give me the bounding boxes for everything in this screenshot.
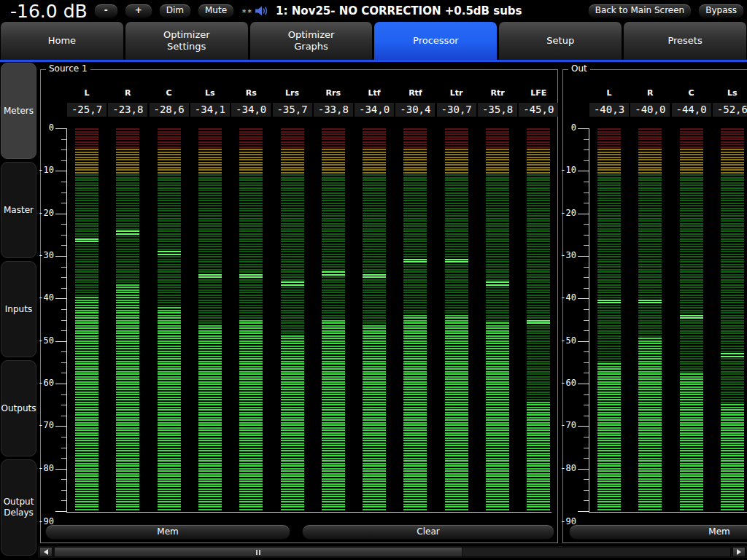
meter-segment	[445, 440, 468, 441]
meter-segment	[638, 358, 662, 359]
meter-segment	[363, 162, 386, 163]
meter-segment	[75, 322, 98, 324]
meter-segment	[198, 300, 222, 301]
meter-segment	[322, 373, 345, 375]
meter-segment	[322, 281, 345, 283]
meter-segment	[445, 228, 468, 230]
meter-segment	[721, 149, 744, 150]
meter-segment	[158, 274, 181, 276]
meter-segment	[198, 167, 222, 168]
meter-segment	[445, 230, 468, 232]
meter-segment	[403, 141, 427, 143]
meter-segment	[75, 468, 98, 470]
meter-segment	[597, 399, 621, 400]
meter-segment	[486, 287, 509, 288]
meter-segment	[638, 332, 662, 334]
meter-segment	[486, 381, 509, 383]
meter-segment	[363, 330, 386, 332]
meter-segment	[597, 465, 621, 467]
meter-segment	[116, 332, 139, 334]
meter-segment	[322, 218, 345, 219]
meter-segment	[198, 271, 222, 273]
meter-segment	[403, 407, 427, 408]
meter-segment	[198, 346, 222, 347]
meter-segment	[597, 213, 621, 214]
meter-segment	[75, 269, 98, 271]
meter-segment	[638, 453, 662, 454]
meter-segment	[597, 358, 621, 359]
meter-segment	[198, 412, 222, 413]
meter-segment	[445, 325, 468, 327]
meter-segment	[486, 215, 509, 217]
meter-segment	[198, 499, 222, 500]
meter-segment	[75, 274, 98, 276]
meter-segment	[403, 417, 427, 419]
meter-segment	[680, 266, 703, 268]
meter-segment	[322, 203, 345, 204]
meter-segment	[486, 220, 509, 222]
meter-segment	[597, 494, 621, 495]
meter-segment	[680, 279, 703, 281]
meter-segment	[680, 310, 703, 311]
meter-segment	[198, 254, 222, 255]
meter-segment	[527, 210, 550, 211]
meter-segment	[638, 386, 662, 388]
meter-segment	[486, 169, 509, 171]
scroll-right-button[interactable]	[732, 547, 746, 557]
meter-segment	[116, 284, 139, 286]
meter-segment	[721, 368, 744, 370]
scrollbar-thumb[interactable]	[54, 547, 462, 557]
channel-level-value-r: -40,0	[630, 103, 670, 117]
meter-segment	[281, 312, 304, 314]
meter-segment	[116, 192, 139, 194]
meter-segment	[363, 256, 386, 257]
meter-segment	[116, 261, 139, 262]
meter-segment	[158, 144, 181, 145]
meter-segment	[363, 435, 386, 436]
meter-segment	[75, 394, 98, 395]
meter-segment	[680, 320, 703, 322]
meter-segment	[597, 356, 621, 357]
meter-segment	[638, 269, 662, 271]
meter-segment	[281, 443, 304, 444]
meter-segment	[198, 190, 222, 191]
meter-segment	[198, 159, 222, 160]
meter-segment	[75, 200, 98, 201]
meter-segment	[527, 409, 550, 411]
clear-button[interactable]: Clear	[302, 524, 554, 540]
meter-segment	[527, 325, 550, 327]
meter-segment	[281, 284, 304, 286]
meter-segment	[527, 346, 550, 347]
meter-segment	[239, 271, 263, 273]
meter-segment	[527, 172, 550, 174]
meter-segment	[198, 315, 222, 316]
meter-segment	[363, 489, 386, 490]
meter-segment	[721, 251, 744, 252]
meter-segment	[322, 131, 345, 133]
meter-segment	[680, 481, 703, 482]
mem-button[interactable]: Mem	[45, 524, 290, 540]
meter-segment	[680, 274, 703, 276]
meter-segment	[486, 256, 509, 257]
scroll-left-button[interactable]	[39, 547, 53, 557]
meter-segment	[597, 141, 621, 143]
meter-segment	[158, 228, 181, 230]
meter-segment	[527, 440, 550, 441]
meter-segment	[198, 215, 222, 217]
meter-segment	[198, 373, 222, 375]
meter-segment	[721, 440, 744, 441]
meter-segment	[239, 128, 263, 130]
meter-segment	[281, 266, 304, 268]
meter-segment	[363, 184, 386, 186]
meter-segment	[158, 220, 181, 222]
meter-segment	[75, 376, 98, 378]
meter-segment	[158, 341, 181, 342]
meter-segment	[597, 271, 621, 273]
meter-segment	[158, 389, 181, 390]
meter-segment	[198, 494, 222, 495]
meter-segment	[721, 458, 744, 459]
meter-segment	[158, 358, 181, 359]
mem-button[interactable]: Mem	[569, 524, 747, 540]
horizontal-scrollbar[interactable]	[38, 546, 747, 558]
meter-segment	[198, 174, 222, 176]
